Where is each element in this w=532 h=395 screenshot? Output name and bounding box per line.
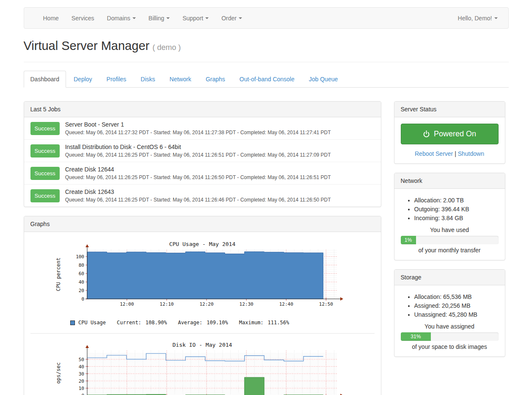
chevron-down-icon [132,17,136,19]
svg-text:12:00: 12:00 [120,301,134,307]
user-menu[interactable]: Hello, Demo! [452,8,504,28]
jobs-panel-title: Last 5 Jobs [24,102,381,117]
svg-text:0: 0 [81,393,84,395]
reboot-server-link[interactable]: Reboot Server [415,150,453,157]
user-nav: Hello, Demo! [452,8,508,28]
svg-text:12:30: 12:30 [240,301,254,307]
storage-unassigned: Unassigned: 45,280 MB [414,311,499,318]
chevron-down-icon [239,17,242,19]
tab-deploy[interactable]: Deploy [67,71,99,88]
server-status-title: Server Status [394,102,505,117]
svg-text:20: 20 [79,288,84,293]
network-incoming: Incoming: 3.84 GB [414,215,499,221]
tab-dashboard[interactable]: Dashboard [24,71,66,88]
job-timestamps: Queued: May 06, 2014 11:27:32 PDT - Star… [65,130,331,135]
link-separator: | [455,150,456,157]
cpu-usage-chart: 12:0012:1012:2012:3012:4012:500204060801… [54,240,350,312]
legend-swatch-icon [70,320,75,325]
network-bar-suffix: of your monthly transfer [401,247,499,254]
legend-current: Current:108.90% [117,320,167,326]
job-timestamps: Queued: May 06, 2014 11:26:25 PDT - Star… [65,174,331,180]
header-divider [24,62,509,62]
status-badge: Success [30,167,60,180]
svg-text:40: 40 [79,279,84,285]
svg-text:CPU Usage - May 2014: CPU Usage - May 2014 [169,241,236,247]
page-title: Virtual Server Manager [24,39,150,52]
legend-maximum: Maximum:111.56% [239,320,289,326]
tab-network[interactable]: Network [163,71,198,88]
nav-item-services[interactable]: Services [65,8,101,28]
shutdown-link[interactable]: Shutdown [458,150,484,157]
power-status-button[interactable]: Powered On [401,124,499,144]
svg-text:ops/sec: ops/sec [55,362,61,384]
storage-bar-intro: You have assigned [401,323,499,330]
legend-average: Average:109.10% [178,320,228,326]
nav-item-order[interactable]: Order [215,8,248,28]
svg-text:60: 60 [79,271,84,276]
chevron-down-icon [494,17,498,19]
storage-panel: Storage Allocation: 65,536 MB Assigned: … [394,269,505,357]
svg-text:40: 40 [79,364,84,370]
status-badge: Success [30,189,60,202]
chevron-down-icon [166,17,170,19]
page-header: Virtual Server Manager( demo ) [24,39,509,53]
network-bar-intro: You have used [401,227,499,233]
graphs-panel-title: Graphs [24,216,381,232]
job-row: Success Create Disk 12644 Queued: May 06… [24,162,381,185]
chart-divider [30,333,375,334]
tab-profiles[interactable]: Profiles [100,71,133,88]
job-row: Success Create Disk 12643 Queued: May 06… [24,185,381,207]
svg-text:30: 30 [79,371,84,377]
graphs-panel: Graphs 12:0012:1012:2012:3012:4012:50020… [24,216,381,395]
job-row: Success Install Distribution to Disk - C… [24,140,381,162]
tab-disks[interactable]: Disks [134,71,162,88]
svg-text:CPU percent: CPU percent [55,257,61,291]
job-timestamps: Queued: May 06, 2014 11:26:25 PDT - Star… [65,197,331,203]
tab-out-of-band-console[interactable]: Out-of-band Console [233,71,301,88]
job-title: Server Boot - Server 1 [65,121,331,128]
tab-bar: Dashboard Deploy Profiles Disks Network … [24,71,509,88]
main-column: Last 5 Jobs Success Server Boot - Server… [24,101,381,395]
storage-bar-suffix: of your space to disk images [401,343,499,350]
disk-io-chart: 01020304050Disk IO - May 2014ops/sec [54,340,350,395]
storage-allocation: Allocation: 65,536 MB [414,293,499,300]
svg-text:80: 80 [79,262,84,268]
page-subtitle: ( demo ) [152,43,181,52]
network-panel: Network Allocation: 2.00 TB Outgoing: 39… [394,173,505,260]
top-navbar: Home Services Domains Billing Support Or… [24,7,509,29]
network-progress-track: 1% [401,236,499,244]
svg-text:12:50: 12:50 [319,301,333,307]
power-icon [423,130,430,138]
chevron-down-icon [205,17,209,19]
storage-stats-list: Allocation: 65,536 MB Assigned: 20,256 M… [401,293,499,318]
status-badge: Success [30,144,60,157]
side-column: Server Status Powered On Reboot Server |… [394,101,505,395]
svg-text:12:10: 12:10 [160,301,174,307]
job-timestamps: Queued: May 06, 2014 11:26:25 PDT - Star… [65,152,331,158]
nav-item-billing[interactable]: Billing [142,8,176,28]
jobs-panel: Last 5 Jobs Success Server Boot - Server… [24,101,381,207]
network-allocation: Allocation: 2.00 TB [414,197,499,204]
main-nav: Home Services Domains Billing Support Or… [24,8,249,28]
svg-text:0: 0 [81,296,84,302]
cpu-chart-legend: CPU Usage Current:108.90% Average:109.10… [54,320,350,326]
storage-assigned: Assigned: 20,256 MB [414,302,499,309]
job-title: Install Distribution to Disk - CentOS 6 … [65,144,331,150]
tab-job-queue[interactable]: Job Queue [302,71,345,88]
svg-text:10: 10 [79,386,84,391]
job-title: Create Disk 12643 [65,188,331,195]
job-row: Success Server Boot - Server 1 Queued: M… [24,117,381,140]
storage-panel-title: Storage [394,270,505,285]
svg-text:Disk IO - May 2014: Disk IO - May 2014 [173,342,232,348]
nav-item-home[interactable]: Home [37,8,65,28]
network-progress-bar: 1% [401,236,416,244]
nav-item-domains[interactable]: Domains [101,8,142,28]
nav-item-support[interactable]: Support [176,8,215,28]
server-status-panel: Server Status Powered On Reboot Server |… [394,101,505,164]
svg-text:12:40: 12:40 [279,301,293,307]
tab-graphs[interactable]: Graphs [199,71,232,88]
status-badge: Success [30,122,60,135]
network-panel-title: Network [394,173,505,189]
storage-progress-bar: 31% [401,332,431,341]
svg-text:20: 20 [79,378,84,384]
